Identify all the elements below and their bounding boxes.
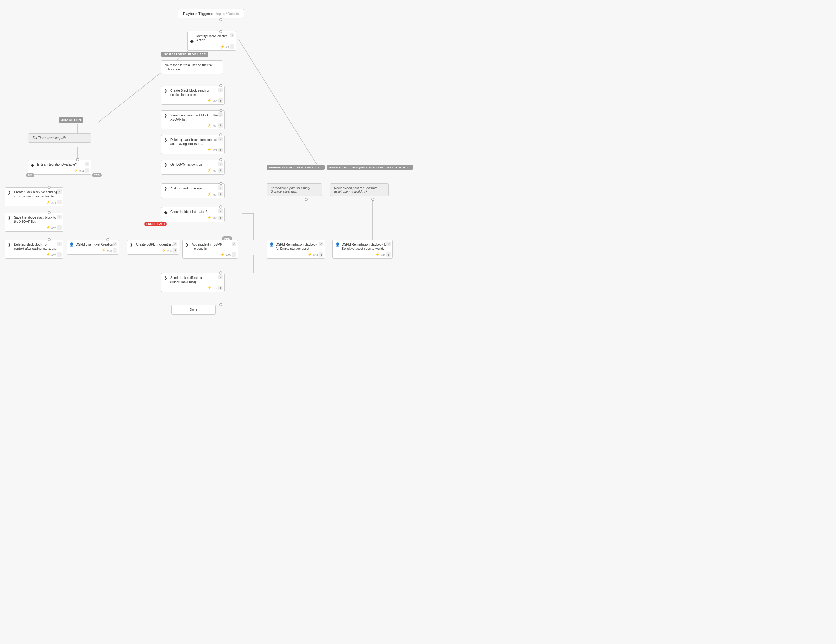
trigger-link[interactable]: Inputs / Outputs [216,12,239,16]
remediation-sensitive-badge: REMEDITION ACTION (SENSITIVE ASSET OPEN … [327,165,413,170]
is-jira-available-node: ◆ ⤢ Is Jira Integration Available? ⚡ #74… [28,160,91,175]
no-response-label: No response from user on the risk notifi… [165,63,220,72]
dspm-remediation-sensitive-node: 👤 ⤢ DSPM Remediation playbook for Sensit… [333,240,393,259]
lightning-icon: ⚡ [46,226,51,230]
pause-icon[interactable]: ⏸ [387,252,391,257]
node-id: #68 [212,100,217,103]
delete-slack-context-node: ❯ ⤢ Deleting slack block from context af… [161,135,225,154]
expand-icon[interactable]: ⤢ [218,162,223,166]
lightning-icon: ⚡ [207,147,212,152]
pause-icon[interactable]: ⏸ [319,252,323,257]
node-id: #78 [51,253,56,257]
pause-icon[interactable]: ⏸ [218,192,223,196]
expand-icon[interactable]: ⤢ [218,185,223,190]
node-id: #58 [107,250,112,253]
pause-icon[interactable]: ⏸ [218,147,223,152]
dspm-remediation-empty-label: DSPM Remediation playbook for Empty stor… [276,242,322,251]
add-incident-rerun-label: Add incident for re-run [170,186,221,190]
jira-path-label: Jira Ticket creation path [32,136,66,140]
dspm-remediation-empty-node: 👤 ⤢ DSPM Remediation playbook for Empty … [266,240,325,259]
pause-icon[interactable]: ⏸ [57,226,62,230]
node-id: #44 [313,253,318,257]
expand-icon[interactable]: ⤢ [218,112,223,117]
lightning-icon: ⚡ [46,200,51,204]
node-id: #63 [212,170,217,173]
connector [305,198,308,201]
add-incident-rerun-node: ❯ ⤢ Add incident for re-run ⚡ #62 ⏸ [161,183,225,198]
chevron-icon: ❯ [8,242,11,247]
diamond-icon: ◆ [31,162,34,168]
pause-icon[interactable]: ⏸ [113,248,117,253]
yes-badge: YES [92,173,101,177]
done-label: Done [175,307,212,312]
chevron-icon: ❯ [130,242,133,247]
no-badge: NO [26,173,34,177]
identify-action-label: Identify User-Selected Action [196,34,233,42]
connector [47,211,51,214]
connector [106,238,109,241]
lightning-icon: ⚡ [74,168,78,173]
check-incident-status-node: ◆ ⤢ Check incident list status? ⚡ #64 ⏸ [161,207,225,222]
pause-icon[interactable]: ⏸ [232,252,236,257]
create-slack-error-label: Create Slack block for sending error mes… [14,190,60,198]
expand-icon[interactable]: ⤢ [218,88,223,92]
expand-icon[interactable]: ⤢ [232,242,236,246]
connector [219,133,222,136]
expand-icon[interactable]: ⤢ [218,137,223,141]
person-icon: 👤 [269,242,274,247]
expand-icon[interactable]: ⤢ [218,209,223,213]
create-dspm-label: Create DSPM Incident list [136,242,176,247]
pause-icon[interactable]: ⏸ [218,98,223,103]
lightning-icon: ⚡ [101,248,106,253]
dspm-remediation-sensitive-label: DSPM Remediation playbook for Sensitive … [342,242,389,251]
connector [219,18,222,21]
pause-icon[interactable]: ⏸ [57,252,62,257]
expand-icon[interactable]: ⤢ [57,189,62,194]
node-id: #74 [79,170,84,173]
lightning-icon: ⚡ [207,98,212,103]
create-slack-notification-node: ❯ ⤢ Create Slack block sending notificat… [161,86,225,105]
expand-icon[interactable]: ⤢ [173,242,177,246]
expand-icon[interactable]: ⤢ [57,242,62,246]
pause-icon[interactable]: ⏸ [218,286,223,290]
remediation-empty-path-node: Remediation path for Empty Storage asset… [266,183,322,196]
pause-icon[interactable]: ⏸ [218,123,223,127]
dspm-jira-label: DSPM Jira Ticket Creation [76,242,116,247]
lightning-icon: ⚡ [207,216,212,220]
pause-icon[interactable]: ⏸ [230,44,235,49]
check-incident-label: Check incident list status? [170,210,221,214]
expand-icon[interactable]: ⤢ [387,242,391,246]
expand-icon[interactable]: ⤢ [230,33,235,38]
send-slack-label: Send slack notification to ${userSlackEm… [170,276,221,284]
expand-icon[interactable]: ⤢ [218,275,223,280]
connector [219,271,222,275]
node-id: #75 [51,201,56,204]
add-incident-dspm-node: ❯ ⤢ Add incident in DSPM Incident list ⚡… [183,240,238,259]
node-id: #64 [212,217,217,220]
pause-icon[interactable]: ⏸ [218,216,223,220]
connector [219,182,222,185]
pause-icon[interactable]: ⏸ [218,168,223,173]
connector [47,186,51,189]
diamond-icon: ◆ [164,210,168,215]
delete-slack-label: Deleting slack block from context after … [170,138,221,146]
save-slack-label: Save the above slack block to the XSOAR … [170,113,221,121]
node-id: #66 [167,250,172,253]
node-id: #62 [212,193,217,196]
save-slack-left-node: ❯ ⤢ Save the above slack block to the XS… [5,212,64,232]
jira-action-badge: JIRA ACTION [59,118,83,123]
expand-icon[interactable]: ⤢ [85,162,90,166]
expand-icon[interactable]: ⤢ [113,242,117,246]
expand-icon[interactable]: ⤢ [319,242,323,246]
playbook-canvas: Playbook Triggered Inputs / Outputs ◆ ⤢ … [0,0,836,644]
connector [219,30,222,33]
dspm-jira-ticket-node: 👤 ⤢ DSPM Jira Ticket Creation ⚡ #58 ⏸ [67,240,119,255]
done-node: Done [171,305,216,315]
trigger-label: Playbook Triggered [183,12,213,16]
pause-icon[interactable]: ⏸ [57,200,62,204]
lightning-icon: ⚡ [220,44,225,49]
pause-icon[interactable]: ⏸ [85,168,90,173]
pause-icon[interactable]: ⏸ [173,248,177,253]
save-slack-xsoar-node: ❯ ⤢ Save the above slack block to the XS… [161,110,225,129]
expand-icon[interactable]: ⤢ [57,214,62,219]
